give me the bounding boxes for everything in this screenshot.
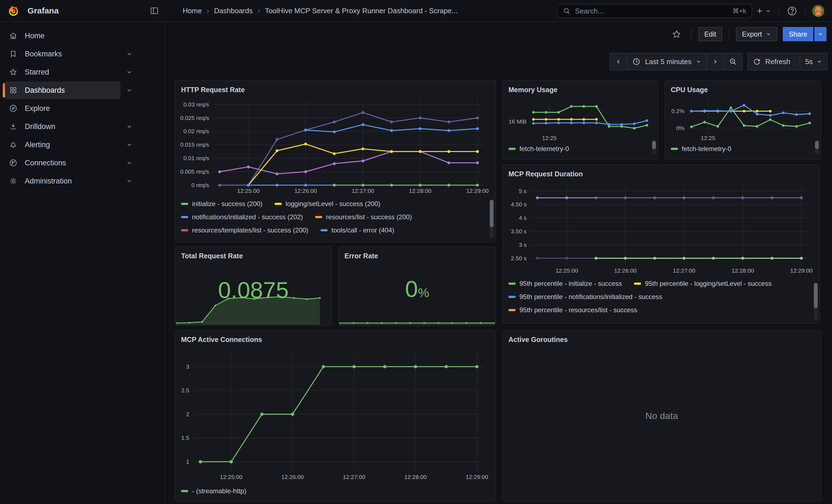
- mcp-request-duration-chart[interactable]: 2.50 s3 s3.50 s4 s4.50 s5 s12:25:0012:26…: [505, 179, 815, 276]
- time-shift-forward-button[interactable]: [706, 53, 723, 70]
- memory-usage-chart[interactable]: 16 MiB12:25: [504, 95, 655, 141]
- avatar[interactable]: [812, 5, 824, 17]
- chevron-down-icon[interactable]: [123, 84, 136, 97]
- legend-row: 95th percentile - initialize - success95…: [509, 277, 814, 290]
- panel-title[interactable]: HTTP Request Rate: [176, 81, 495, 95]
- svg-text:12:25:00: 12:25:00: [555, 267, 578, 274]
- legend-label: logging/setLevel - success (200): [286, 200, 380, 208]
- sidebar-link-dashboards[interactable]: Dashboards: [4, 81, 121, 99]
- svg-text:0.03 req/s: 0.03 req/s: [183, 101, 209, 108]
- time-range-picker[interactable]: Last 5 minutes: [627, 53, 706, 70]
- cpu-legend: fetch-telemetry-0: [665, 141, 821, 154]
- drilldown-icon: [9, 122, 18, 131]
- legend-scrollbar[interactable]: [490, 200, 494, 238]
- legend-item[interactable]: - (streamable-http): [181, 487, 246, 495]
- add-button[interactable]: [752, 7, 774, 15]
- breadcrumb-item[interactable]: Home: [183, 7, 202, 15]
- breadcrumb-item[interactable]: Dashboards: [214, 7, 253, 15]
- sidebar-item-alerting: Alerting: [4, 136, 136, 154]
- sidebar-item-bookmarks: Bookmarks: [4, 45, 136, 63]
- bookmark-icon: [9, 50, 18, 58]
- sidebar-link-connections[interactable]: Connections: [4, 154, 121, 172]
- sidebar-link-home[interactable]: Home: [4, 27, 136, 45]
- legend-scrollbar[interactable]: [815, 140, 819, 155]
- legend-item[interactable]: 95th percentile - logging/setLevel - suc…: [634, 280, 772, 288]
- compass-icon: [9, 104, 18, 113]
- chevron-down-icon[interactable]: [123, 156, 136, 169]
- stat-value-wrap: 0%: [339, 247, 495, 325]
- refresh-icon: [753, 58, 761, 65]
- dashboard-toolbar: Edit Export Share: [165, 22, 832, 46]
- legend-item[interactable]: 95th percentile - notifications/initiali…: [509, 293, 662, 301]
- cpu-usage-chart[interactable]: 0%0.2%12:25: [666, 95, 818, 141]
- refresh-interval-picker[interactable]: 5s: [800, 53, 827, 70]
- chevron-down-icon[interactable]: [123, 65, 136, 79]
- nav-actions: [752, 0, 832, 22]
- svg-text:0%: 0%: [676, 125, 684, 131]
- sidebar-link-alerting[interactable]: Alerting: [4, 136, 121, 154]
- zoom-out-button[interactable]: [723, 53, 742, 70]
- chevron-down-icon[interactable]: [123, 120, 136, 133]
- refresh-button[interactable]: Refresh: [748, 53, 800, 70]
- panel-title[interactable]: Memory Usage: [503, 81, 657, 95]
- legend-item[interactable]: tools/call - error (404): [320, 227, 394, 234]
- svg-text:12:28:00: 12:28:00: [409, 188, 432, 194]
- nav-left: Grafana: [0, 0, 164, 22]
- toolbar-divider: [691, 29, 692, 39]
- http-legend: initialize - success (200)logging/setLev…: [176, 196, 495, 239]
- legend-scrollbar[interactable]: [814, 283, 818, 320]
- star-dashboard-button[interactable]: [669, 29, 684, 39]
- sidebar-link-bookmarks[interactable]: Bookmarks: [4, 45, 121, 63]
- http-request-rate-chart[interactable]: 0 req/s0.005 req/s0.01 req/s0.015 req/s0…: [178, 95, 491, 196]
- legend-item[interactable]: notifications/initialized - success (202…: [181, 213, 303, 221]
- svg-text:12:25: 12:25: [701, 135, 716, 141]
- sidebar-link-administration[interactable]: Administration: [4, 172, 121, 190]
- grafana-logo[interactable]: [7, 4, 20, 17]
- error-rate-unit: %: [418, 285, 429, 300]
- legend-item[interactable]: resources/templates/list - success (200): [181, 227, 308, 234]
- help-button[interactable]: [784, 6, 801, 16]
- edit-button[interactable]: Edit: [698, 27, 722, 41]
- chevron-down-icon[interactable]: [123, 175, 136, 188]
- series-color-swatch: [181, 229, 188, 231]
- legend-row: fetch-telemetry-0: [509, 142, 652, 154]
- export-button[interactable]: Export: [736, 27, 777, 41]
- legend-item[interactable]: 95th percentile - resources/list - succe…: [509, 306, 637, 314]
- svg-text:12:25:00: 12:25:00: [220, 474, 242, 480]
- legend-item[interactable]: 95th percentile - initialize - success: [509, 280, 622, 288]
- nav-divider-2: [805, 7, 806, 16]
- legend-item[interactable]: initialize - success (200): [181, 200, 262, 208]
- svg-text:0.01 req/s: 0.01 req/s: [183, 155, 209, 161]
- sidebar-link-explore[interactable]: Explore: [4, 100, 136, 117]
- svg-text:2.50 s: 2.50 s: [511, 255, 527, 261]
- legend-item[interactable]: resources/list - success (200): [315, 213, 412, 221]
- mcp-active-connections-chart[interactable]: 11.522.5312:25:0012:26:0012:27:0012:28:0…: [178, 345, 491, 483]
- clock-icon: [632, 57, 641, 66]
- sidebar-link-starred[interactable]: Starred: [4, 63, 121, 81]
- sidebar-item-label: Home: [25, 32, 45, 40]
- sidebar-item-label: Drilldown: [25, 123, 55, 131]
- nav-divider: [779, 7, 779, 16]
- time-shift-back-button[interactable]: [610, 53, 627, 70]
- search-input[interactable]: Search... ⌘+k: [557, 4, 752, 18]
- legend-item[interactable]: fetch-telemetry-0: [671, 145, 731, 153]
- chevron-down-icon[interactable]: [123, 47, 136, 60]
- dock-menu-icon[interactable]: [150, 6, 159, 16]
- connections-legend: - (streamable-http): [176, 483, 495, 498]
- panel-title[interactable]: MCP Active Connections: [176, 331, 495, 345]
- legend-scrollbar[interactable]: [652, 140, 656, 155]
- chevron-down-icon[interactable]: [123, 138, 136, 151]
- legend-item[interactable]: fetch-telemetry-0: [509, 145, 569, 153]
- panel-title[interactable]: MCP Request Duration: [503, 165, 820, 179]
- breadcrumb-item[interactable]: ToolHive MCP Server & Proxy Runner Dashb…: [265, 7, 458, 15]
- series-color-swatch: [671, 148, 678, 150]
- toolbar-divider-2: [729, 29, 729, 39]
- sidebar-link-drilldown[interactable]: Drilldown: [4, 118, 121, 135]
- share-menu-button[interactable]: [814, 27, 827, 41]
- search-icon: [563, 7, 571, 15]
- legend-item[interactable]: logging/setLevel - success (200): [275, 200, 380, 208]
- panel-title[interactable]: CPU Usage: [665, 81, 821, 95]
- share-button[interactable]: Share: [783, 27, 813, 41]
- legend-label: tools/call - error (404): [332, 227, 394, 234]
- legend-label: notifications/initialized - success (202…: [192, 213, 303, 221]
